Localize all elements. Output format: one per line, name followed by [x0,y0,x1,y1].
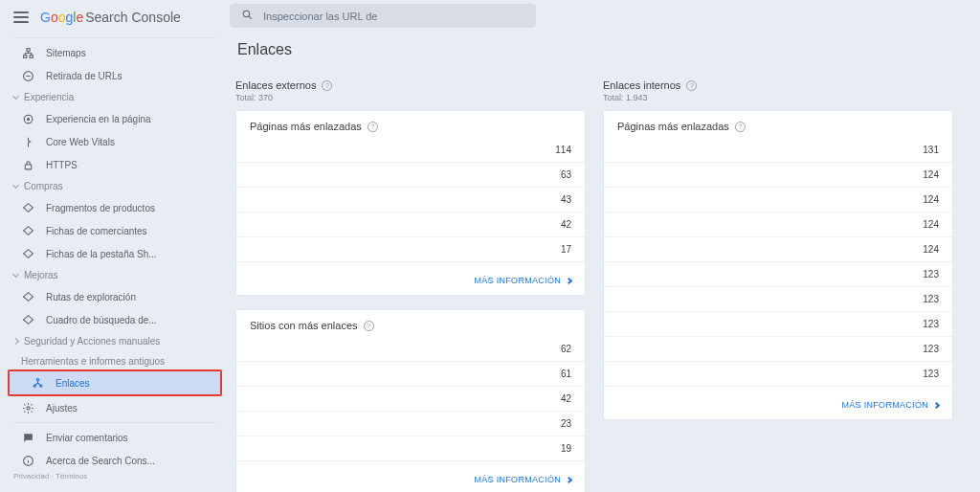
col-total: Total: 1.943 [603,93,953,102]
col-title: Enlaces externos [235,79,316,91]
highlight-box: Enlaces [8,369,222,396]
row-value: 123 [910,319,939,329]
sidebar-footer: Privacidad · Términos [0,472,230,481]
svg-rect-6 [25,164,32,168]
table-row[interactable]: 123 [604,336,952,361]
search-icon [241,9,254,23]
search-input[interactable]: Inspeccionar las URL de [230,4,536,28]
remove-icon [21,69,34,82]
sidebar-item-about[interactable]: Acerca de Search Cons... [0,449,220,472]
sidebar-label: Fragmentos de productos [46,203,155,213]
sidebar-item-https[interactable]: HTTPS [0,153,220,176]
svg-rect-1 [23,55,26,57]
help-icon[interactable]: ? [322,80,332,91]
page-title: Enlaces [237,41,953,58]
tag-icon [21,201,34,214]
table-row[interactable]: 63 [236,162,585,187]
sitemap-icon [21,46,34,59]
table-row[interactable]: 123 [604,261,952,286]
menu-icon[interactable] [13,11,29,23]
sidebar-item-enlaces[interactable]: Enlaces [10,371,220,394]
chevron-down-icon [12,92,19,99]
more-link[interactable]: MÁS INFORMACIÓN [474,475,571,484]
table-row[interactable]: 17 [236,236,585,261]
sidebar-label: Core Web Vitals [46,137,115,147]
sidebar: GoogleSearch Console Sitemaps Retirada d… [0,0,230,492]
svg-point-7 [36,378,38,380]
sidebar-section-experiencia[interactable]: Experiencia [0,87,230,107]
sidebar-label: Experiencia en la página [46,114,151,124]
vitals-icon [21,135,34,148]
sidebar-item-products[interactable]: Fragmentos de productos [0,196,220,219]
row-value: 124 [910,169,939,180]
table-row[interactable]: 62 [236,337,585,361]
help-icon[interactable]: ? [364,321,374,331]
table-row[interactable]: 61 [236,361,585,386]
help-icon[interactable]: ? [735,122,746,132]
table-row[interactable]: 131 [604,138,952,162]
links-icon [31,376,44,390]
sidebar-item-removals[interactable]: Retirada de URLs [0,64,220,87]
sidebar-label: Fichas de la pestaña Sh... [46,249,157,259]
table-row[interactable]: 23 [236,411,585,436]
table-row[interactable]: 42 [236,386,585,411]
sidebar-section-compras[interactable]: Compras [0,176,230,196]
sidebar-item-breadcrumbs[interactable]: Rutas de exploración [0,285,220,308]
table-row[interactable]: 124 [604,187,952,212]
chevron-right-icon [12,338,19,345]
sidebar-item-settings[interactable]: Ajustes [0,396,220,419]
table-row[interactable]: 124 [604,236,952,261]
sidebar-item-cwv[interactable]: Core Web Vitals [0,130,220,153]
help-icon[interactable]: ? [368,122,378,132]
more-link[interactable]: MÁS INFORMACIÓN [841,400,939,410]
sidebar-label: Fichas de comerciantes [46,226,147,236]
table-row[interactable]: 19 [236,436,585,460]
row-value: 123 [910,294,939,304]
row-value: 62 [543,344,571,354]
card-title: Sitios con más enlaces [250,320,358,331]
sidebar-label: Rutas de exploración [46,292,136,302]
sidebar-label: Retirada de URLs [46,71,122,81]
sidebar-item-searchbox[interactable]: Cuadro de búsqueda de... [0,308,220,331]
internal-links-column: Enlaces internos? Total: 1.943 Páginas m… [603,79,953,492]
sidebar-item-merchant[interactable]: Fichas de comerciantes [0,219,220,242]
card-title: Páginas más enlazadas [250,121,362,132]
chevron-right-icon [566,277,572,283]
chevron-right-icon [933,401,940,408]
sidebar-item-shoptab[interactable]: Fichas de la pestaña Sh... [0,242,220,265]
table-row[interactable]: 123 [604,361,952,386]
sidebar-item-pageexp[interactable]: Experiencia en la página [0,107,220,130]
sidebar-section-security[interactable]: Seguridad y Acciones manuales [0,331,230,351]
help-icon[interactable]: ? [686,80,697,91]
sidebar-item-sitemaps[interactable]: Sitemaps [0,41,220,64]
svg-rect-0 [26,48,29,51]
sidebar-section-legacy[interactable]: Herramientas e informes antiguos [0,351,230,369]
sidebar-label: Enviar comentarios [46,433,128,443]
table-row[interactable]: 123 [604,311,952,336]
sidebar-section-mejoras[interactable]: Mejoras [0,265,230,285]
table-row[interactable]: 124 [604,162,952,187]
chevron-down-icon [12,181,19,188]
row-value: 42 [543,219,571,230]
row-value: 42 [543,393,571,404]
table-row[interactable]: 42 [236,212,585,236]
tag-icon [21,313,34,326]
sidebar-label: HTTPS [46,160,78,170]
lock-icon [21,158,34,171]
row-value: 123 [910,269,939,280]
row-value: 124 [910,244,939,255]
sidebar-item-feedback[interactable]: Enviar comentarios [0,426,220,449]
more-link[interactable]: MÁS INFORMACIÓN [474,276,571,285]
row-value: 17 [543,244,571,255]
feedback-icon [21,431,34,444]
table-row[interactable]: 114 [236,138,585,162]
row-value: 114 [543,145,571,155]
sidebar-label: Ajustes [46,403,78,414]
table-row[interactable]: 124 [604,212,952,236]
table-row[interactable]: 123 [604,286,952,311]
table-row[interactable]: 43 [236,187,585,212]
info-icon [21,454,34,467]
external-top-sites-card: Sitios con más enlaces? 6261422319 MÁS I… [235,309,586,492]
row-value: 131 [910,145,939,155]
svg-point-12 [243,11,249,17]
